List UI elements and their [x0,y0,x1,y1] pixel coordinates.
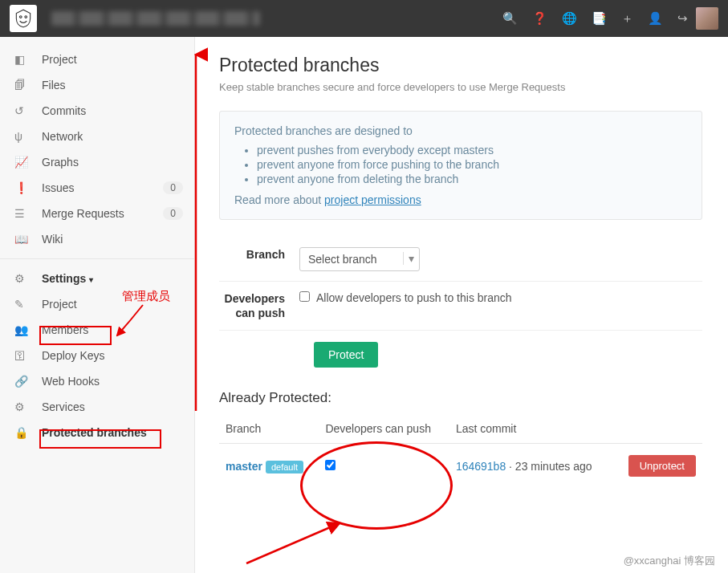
sidebar: ◧Project 🗐Files ↺Commits ψNetwork 📈Graph… [0,37,195,573]
logo[interactable] [10,5,37,32]
well-item: prevent anyone from force pushing to the… [257,158,687,171]
info-well: Protected branches are designed to preve… [219,111,702,220]
dashboard-icon: ◧ [14,53,29,66]
key-icon: ⚿ [14,349,29,362]
th-actions [613,414,702,444]
row-devpush-checkbox[interactable] [325,460,336,470]
protect-button[interactable]: Protect [314,342,378,368]
well-item: prevent anyone from deleting the branch [257,173,687,185]
history-icon: ↺ [14,104,29,117]
alert-icon: ❗ [14,181,29,194]
list-icon: ☰ [14,207,29,220]
unprotect-button[interactable]: Unprotect [628,455,696,477]
cog-icon: ⚙ [14,400,29,413]
watermark: @xxcanghai 博客园 [624,554,715,568]
copy-icon[interactable]: 📑 [592,11,607,26]
devpush-text: Allow developers to push to this branch [316,291,512,304]
devpush-label: Developers can push [219,291,299,320]
sidebar-item-network[interactable]: ψNetwork [0,124,194,149]
sidebar-settings-heading[interactable]: ⚙Settings ▾ [0,266,194,291]
table-row: masterdefault 164691b8 · 23 minutes ago … [219,444,702,489]
form-row-branch: Branch Select branch [219,238,702,282]
book-icon: 📖 [14,233,29,246]
well-item: prevent pushes from everybody except mas… [257,144,687,156]
logout-icon[interactable]: ↪ [677,11,688,26]
branch-select[interactable]: Select branch [299,247,420,271]
gears-icon: ⚙ [14,272,29,285]
group-icon: 👥 [14,323,29,336]
user-icon[interactable]: 👤 [648,11,663,26]
breadcrumb [51,11,260,26]
files-icon: 🗐 [14,79,29,91]
main-content: Protected branches Keep stable branches … [195,37,728,573]
already-protected-heading: Already Protected: [219,390,702,406]
issues-count: 0 [163,181,183,194]
sidebar-item-web-hooks[interactable]: 🔗Web Hooks [0,368,194,394]
th-devpush: Developers can push [319,414,449,444]
page-title: Protected branches [219,55,702,76]
topbar: 🔍 ❓ 🌐 📑 ＋ 👤 ↪ [0,0,728,37]
chart-icon: 📈 [14,156,29,169]
globe-icon[interactable]: 🌐 [562,11,577,26]
annotation-arrow-ellipse [243,518,364,567]
commit-age: 23 minutes ago [515,460,592,473]
topbar-actions: 🔍 ❓ 🌐 📑 ＋ 👤 ↪ [502,11,688,26]
sidebar-item-deploy-keys[interactable]: ⚿Deploy Keys [0,343,194,368]
th-branch: Branch [219,414,319,444]
th-lastcommit: Last commit [449,414,614,444]
help-icon[interactable]: ❓ [532,11,547,26]
search-icon[interactable]: 🔍 [502,11,518,26]
devpush-checkbox[interactable] [299,291,310,302]
sidebar-item-project[interactable]: ◧Project [0,47,194,72]
branch-link[interactable]: master [226,460,262,473]
protected-table: Branch Developers can push Last commit m… [219,414,702,488]
sidebar-item-merge-requests[interactable]: ☰Merge Requests0 [0,201,194,226]
page-subtitle: Keep stable branches secure and force de… [219,81,702,93]
fork-icon: ψ [14,130,29,143]
mr-count: 0 [163,207,183,220]
sidebar-item-wiki[interactable]: 📖Wiki [0,226,194,252]
branch-label: Branch [219,247,299,262]
sidebar-item-graphs[interactable]: 📈Graphs [0,149,194,175]
default-badge: default [266,461,303,473]
sidebar-item-files[interactable]: 🗐Files [0,72,194,98]
avatar[interactable] [696,7,718,30]
sidebar-item-services[interactable]: ⚙Services [0,394,194,420]
svg-line-1 [246,523,340,563]
sidebar-item-issues[interactable]: ❗Issues0 [0,175,194,201]
sidebar-item-settings-project[interactable]: ✎Project [0,291,194,317]
sidebar-item-members[interactable]: 👥Members [0,317,194,343]
chevron-down-icon: ▾ [89,275,93,284]
link-icon: 🔗 [14,375,29,388]
form-row-devpush: Developers can push Allow developers to … [219,282,702,331]
sidebar-item-commits[interactable]: ↺Commits [0,98,194,124]
lock-icon: 🔒 [14,426,29,439]
pencil-icon: ✎ [14,298,29,311]
well-intro: Protected branches are designed to [234,124,687,137]
project-permissions-link[interactable]: project permissions [324,193,421,206]
commit-sha-link[interactable]: 164691b8 [456,460,506,473]
sidebar-item-protected-branches[interactable]: 🔒Protected branches [0,420,194,445]
plus-icon[interactable]: ＋ [621,11,633,26]
